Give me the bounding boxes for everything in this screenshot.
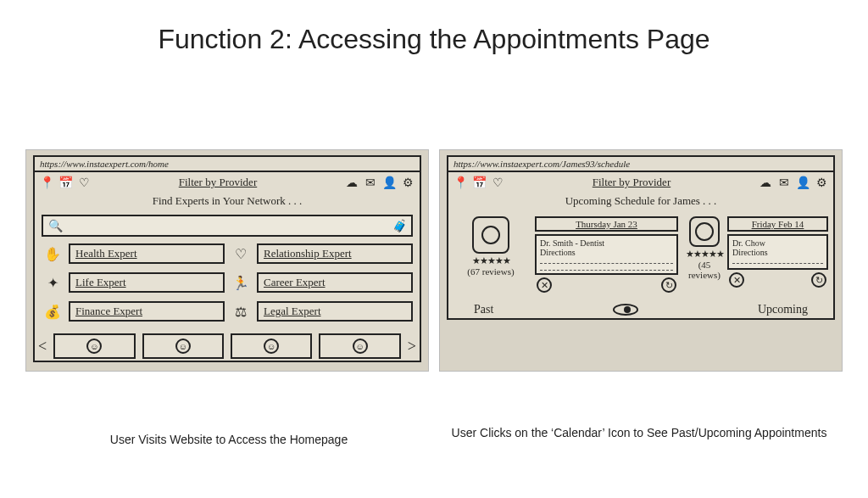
url-bar[interactable]: https://www.instaexpert.com/home bbox=[35, 157, 420, 172]
profile-icon[interactable]: 👤 bbox=[382, 176, 396, 189]
career-icon: 🏃 bbox=[230, 275, 252, 291]
location-pin-icon[interactable]: 📍 bbox=[453, 176, 467, 189]
provider-profile[interactable]: ★★★★★ (67 reviews) bbox=[453, 216, 528, 277]
category-grid: ✋ Health Expert ♡ Relationship Expert ✦ … bbox=[35, 243, 420, 328]
cancel-icon[interactable]: ✕ bbox=[729, 272, 744, 288]
toolbar: 📍 📅 ♡ Filter by Provider ☁ ✉ 👤 ⚙ bbox=[35, 172, 420, 193]
appointment-card[interactable]: Dr. Smith - Dentist Directions bbox=[535, 234, 678, 275]
cancel-icon[interactable]: ✕ bbox=[537, 277, 552, 293]
category-health[interactable]: Health Expert bbox=[69, 243, 225, 264]
cloud-icon[interactable]: ☁ bbox=[759, 176, 772, 189]
heart-icon[interactable]: ♡ bbox=[491, 176, 504, 189]
next-arrow-icon[interactable]: > bbox=[408, 338, 416, 355]
health-icon: ✋ bbox=[42, 246, 64, 262]
appointment-column: Thursday Jan 23 Dr. Smith - Dentist Dire… bbox=[535, 216, 678, 293]
avatar-icon: ☺ bbox=[175, 339, 191, 354]
gear-icon[interactable]: ⚙ bbox=[401, 176, 415, 189]
category-career[interactable]: Career Expert bbox=[257, 272, 413, 293]
page-headline: Upcoming Schedule for James . . . bbox=[448, 193, 833, 213]
directions-link[interactable]: Directions bbox=[732, 248, 823, 257]
appointment-title: Dr. Chow bbox=[732, 238, 823, 248]
expert-thumb[interactable]: ☺ bbox=[319, 333, 400, 359]
gear-icon[interactable]: ⚙ bbox=[815, 176, 828, 189]
upcoming-label[interactable]: Upcoming bbox=[758, 303, 808, 316]
mail-icon[interactable]: ✉ bbox=[364, 176, 377, 189]
date-header: Thursday Jan 23 bbox=[535, 216, 678, 232]
url-bar[interactable]: https://www.instaexpert.com/James93/sche… bbox=[448, 157, 833, 172]
profile-icon[interactable]: 👤 bbox=[796, 176, 810, 189]
review-count: (67 reviews) bbox=[453, 266, 528, 277]
homepage-wireframe: https://www.instaexpert.com/home 📍 📅 ♡ F… bbox=[25, 149, 429, 372]
heart-icon[interactable]: ♡ bbox=[77, 176, 91, 189]
schedule-wireframe: https://www.instaexpert.com/James93/sche… bbox=[439, 149, 843, 372]
expert-carousel: < ☺ ☺ ☺ ☺ > bbox=[35, 328, 420, 361]
avatar-icon bbox=[689, 216, 720, 247]
briefcase-icon: 🧳 bbox=[392, 219, 406, 232]
appointment-card[interactable]: Dr. Chow Directions bbox=[727, 234, 828, 270]
finance-icon: 💰 bbox=[42, 304, 64, 320]
date-header: Friday Feb 14 bbox=[727, 216, 828, 232]
category-legal[interactable]: Legal Expert bbox=[257, 301, 413, 322]
calendar-icon[interactable]: 📅 bbox=[472, 176, 486, 189]
avatar-icon: ☺ bbox=[264, 339, 279, 354]
prev-arrow-icon[interactable]: < bbox=[38, 338, 47, 355]
past-upcoming-toggle: Past Upcoming bbox=[448, 298, 833, 318]
right-caption: User Clicks on the ‘Calendar’ Icon to Se… bbox=[436, 426, 843, 439]
heart-icon: ♡ bbox=[230, 246, 252, 262]
life-icon: ✦ bbox=[42, 275, 64, 291]
avatar-icon: ☺ bbox=[353, 339, 368, 354]
toggle-icon[interactable] bbox=[613, 304, 638, 316]
expert-thumb[interactable]: ☺ bbox=[231, 333, 312, 359]
category-relationship[interactable]: Relationship Expert bbox=[257, 243, 413, 264]
past-label[interactable]: Past bbox=[474, 303, 493, 316]
review-count: (45 reviews) bbox=[685, 260, 724, 280]
search-icon: 🔍 bbox=[48, 219, 62, 232]
star-rating: ★★★★★ bbox=[685, 249, 724, 260]
cloud-icon[interactable]: ☁ bbox=[345, 176, 359, 189]
appointment-column: ★★★★★ (45 reviews) Friday Feb 14 Dr. Cho… bbox=[685, 216, 828, 288]
mail-icon[interactable]: ✉ bbox=[777, 176, 791, 189]
appointment-title: Dr. Smith - Dentist bbox=[540, 238, 673, 248]
filter-by-provider[interactable]: Filter by Provider bbox=[96, 176, 340, 189]
avatar-icon bbox=[472, 216, 509, 254]
browser-frame: https://www.instaexpert.com/James93/sche… bbox=[447, 155, 835, 320]
filter-by-provider[interactable]: Filter by Provider bbox=[509, 176, 754, 189]
expert-thumb[interactable]: ☺ bbox=[53, 333, 135, 359]
avatar-icon: ☺ bbox=[86, 339, 102, 354]
schedule-grid: ★★★★★ (67 reviews) Thursday Jan 23 Dr. S… bbox=[448, 213, 833, 298]
star-rating: ★★★★★ bbox=[453, 255, 528, 266]
wireframe-panels: https://www.instaexpert.com/home 📍 📅 ♡ F… bbox=[25, 149, 843, 372]
left-caption: User Visits Website to Access the Homepa… bbox=[25, 433, 432, 446]
calendar-icon[interactable]: 📅 bbox=[58, 176, 72, 189]
location-pin-icon[interactable]: 📍 bbox=[40, 176, 53, 189]
provider-profile[interactable]: ★★★★★ (45 reviews) bbox=[685, 216, 724, 280]
toolbar: 📍 📅 ♡ Filter by Provider ☁ ✉ 👤 ⚙ bbox=[448, 172, 833, 193]
category-finance[interactable]: Finance Expert bbox=[69, 301, 225, 322]
reschedule-icon[interactable]: ↻ bbox=[661, 277, 676, 293]
category-life[interactable]: Life Expert bbox=[69, 272, 225, 293]
expert-thumb[interactable]: ☺ bbox=[142, 333, 224, 359]
reschedule-icon[interactable]: ↻ bbox=[811, 272, 826, 288]
browser-frame: https://www.instaexpert.com/home 📍 📅 ♡ F… bbox=[33, 155, 421, 362]
legal-icon: ⚖ bbox=[230, 304, 252, 320]
search-bar[interactable]: 🔍 🧳 bbox=[42, 215, 413, 237]
page-headline: Find Experts in Your Network . . . bbox=[35, 193, 420, 213]
slide-title: Function 2: Accessing the Appointments P… bbox=[0, 0, 868, 55]
directions-link[interactable]: Directions bbox=[540, 248, 673, 257]
